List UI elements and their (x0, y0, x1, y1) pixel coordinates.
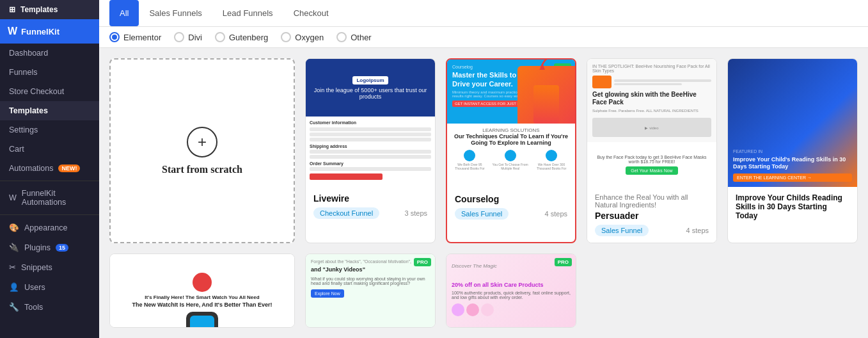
courselog-person (517, 66, 575, 124)
explore-pro-badge: PRO (414, 258, 431, 266)
sidebar-divider (0, 181, 99, 181)
template-grid: + Start from scratch Logolpsum Join the … (99, 48, 868, 338)
grid-icon: ⊞ (9, 5, 15, 14)
skincare-text: 100% authentic products, quick delivery,… (452, 291, 571, 300)
sidebar-item-tools[interactable]: 🔧 Tools (0, 297, 99, 317)
livewire-tag-row: Checkout Funnel 3 steps (313, 207, 427, 219)
livewire-name: Livewire (313, 193, 427, 204)
watch-text: It's Finally Here! The Smart Watch You A… (145, 294, 259, 300)
sidebar-item-automations[interactable]: Automations NEW! (0, 159, 99, 178)
sidebar-logo[interactable]: W FunnelKit (0, 19, 99, 44)
livewire-thumbnail: Logolpsum Join the league of 5000+ users… (306, 59, 435, 187)
arrow-indicator (538, 58, 570, 74)
tab-lead-funnels[interactable]: Lead Funnels (212, 0, 283, 26)
template-reading-skills[interactable]: FEATURED IN Improve Your Child's Reading… (727, 58, 858, 243)
sidebar-item-settings[interactable]: Settings (0, 120, 99, 140)
livewire-tag: Checkout Funnel (313, 207, 379, 219)
tab-all[interactable]: All (109, 0, 139, 26)
courselog-name: Courselog (455, 194, 567, 204)
reading-footer: Improve Your Childs Reading Skills in 30… (728, 187, 857, 230)
snippets-icon: ✂ (9, 262, 16, 272)
livewire-footer: Livewire Checkout Funnel 3 steps (306, 187, 435, 225)
persuader-top: IN THE SPOTLIGHT: BeeHive Nourishing Fac… (587, 59, 716, 142)
template-explore[interactable]: PRO Forget about the "Hacks", "Occasiona… (305, 254, 436, 328)
persuader-thumb: IN THE SPOTLIGHT: BeeHive Nourishing Fac… (587, 59, 716, 187)
tab-sales-funnels[interactable]: Sales Funnels (139, 0, 212, 26)
radio-gutenberg[interactable]: Gutenberg (215, 32, 268, 42)
radio-divi-circle (174, 32, 184, 42)
funnelkit-logo-icon: W (8, 26, 17, 37)
tools-icon: 🔧 (9, 302, 19, 312)
radio-elementor[interactable]: Elementor (109, 32, 161, 42)
scratch-label: Start from scratch (162, 164, 242, 175)
funnelkit-automations-icon: W (9, 193, 17, 202)
livewire-text: Join the league of 5000+ users that trus… (312, 87, 429, 100)
reading-cta: ENTER THE LEARNING CENTER → (733, 173, 852, 182)
sidebar-item-store-checkout[interactable]: Store Checkout (0, 82, 99, 101)
livewire-steps: 3 steps (405, 209, 427, 217)
livewire-logo: Logolpsum (352, 76, 388, 84)
sidebar-item-plugins[interactable]: 🔌 Plugins 15 (0, 237, 99, 257)
courselog-footer: Courselog Sales Funnel 4 steps (447, 188, 575, 226)
sidebar-item-appearance[interactable]: 🎨 Appearance (0, 218, 99, 237)
template-persuader[interactable]: IN THE SPOTLIGHT: BeeHive Nourishing Fac… (587, 58, 717, 243)
livewire-thumb-bg: Logolpsum Join the league of 5000+ users… (306, 59, 435, 187)
radio-oxygen-circle (281, 32, 291, 42)
persuader-footer: Enhance the Real You with all Natural In… (587, 187, 716, 243)
sidebar-item-templates[interactable]: Templates (0, 101, 99, 120)
radio-other-circle (336, 32, 347, 42)
sidebar-item-dashboard[interactable]: Dashboard (0, 44, 99, 63)
persuader-cta: Get Your Masks Now (626, 166, 677, 175)
skincare-pro-badge: PRO (555, 258, 572, 266)
sidebar-divider-2 (0, 214, 99, 215)
courselog-tag-row: Sales Funnel 4 steps (455, 208, 567, 220)
persuader-steps: 4 steps (686, 227, 709, 234)
plugins-count-badge: 15 (56, 244, 68, 252)
filter-bar: All Sales Funnels Lead Funnels Checkout (99, 0, 868, 27)
skincare-heading: 20% off on all Skin Care Products (452, 282, 571, 288)
template-courselog[interactable]: Courselog Master the Skills to Drive you… (446, 58, 576, 243)
sidebar-item-snippets[interactable]: ✂ Snippets (0, 257, 99, 277)
radio-gutenberg-circle (215, 32, 225, 42)
courselog-heading: Master the Skills to Drive your Career. (452, 70, 523, 89)
courselog-bottom: LEARNING SOLUTIONSOur Techniques Crucial… (447, 124, 575, 188)
sidebar-item-users[interactable]: 👤 Users (0, 277, 99, 297)
sidebar-item-cart[interactable]: Cart (0, 140, 99, 159)
livewire-thumb-top: Logolpsum Join the league of 5000+ users… (306, 59, 435, 117)
reading-thumb: FEATURED IN Improve Your Child's Reading… (728, 59, 857, 187)
users-icon: 👤 (9, 282, 19, 292)
sidebar-item-funnelkit-automations[interactable]: W FunnelKit Automations (0, 184, 99, 212)
reading-thumbnail: FEATURED IN Improve Your Child's Reading… (728, 59, 857, 187)
tab-checkout[interactable]: Checkout (283, 0, 339, 26)
automations-new-badge: NEW! (58, 165, 80, 172)
courselog-steps: 4 steps (545, 210, 567, 218)
skincare-thumb: PRO Discover The Magic 20% off on all Sk… (446, 254, 576, 328)
sidebar: ⊞ Templates W FunnelKit Dashboard Funnel… (0, 0, 99, 338)
template-livewire[interactable]: Logolpsum Join the league of 5000+ users… (305, 58, 436, 243)
courselog-thumb: Courselog Master the Skills to Drive you… (447, 60, 575, 188)
watch-thumb: It's Finally Here! The Smart Watch You A… (110, 254, 294, 328)
courselog-tag: Sales Funnel (455, 208, 509, 220)
radio-divi[interactable]: Divi (174, 32, 202, 42)
watch-thumbnail: It's Finally Here! The Smart Watch You A… (110, 254, 294, 328)
persuader-tag: Sales Funnel (595, 225, 649, 236)
persuader-bottom: Buy the Face Pack today to get 3 BeeHive… (587, 142, 716, 187)
persuader-thumbnail: IN THE SPOTLIGHT: BeeHive Nourishing Fac… (587, 59, 716, 187)
sidebar-item-templates-top[interactable]: ⊞ Templates (0, 0, 99, 19)
radio-elementor-circle (109, 32, 120, 42)
template-skincare[interactable]: PRO Discover The Magic 20% off on all Sk… (446, 254, 576, 328)
reading-name: Improve Your Childs Reading Skills in 30… (736, 193, 849, 220)
radio-oxygen[interactable]: Oxygen (281, 32, 324, 42)
courselog-thumbnail: Courselog Master the Skills to Drive you… (447, 60, 575, 188)
explore-cta: Explore Now (311, 289, 344, 298)
reading-thumb-text: Improve Your Child's Reading Skills in 3… (733, 156, 852, 171)
radio-bar: Elementor Divi Gutenberg Oxygen Other (99, 27, 868, 48)
radio-other[interactable]: Other (336, 32, 372, 42)
courselog-icons: We Both Over 95 Thousand Books For You G… (451, 150, 571, 170)
appearance-icon: 🎨 (9, 223, 19, 232)
watch-device (186, 312, 218, 328)
sidebar-item-funnels[interactable]: Funnels (0, 63, 99, 82)
template-scratch[interactable]: + Start from scratch (109, 58, 295, 243)
template-smartwatch[interactable]: It's Finally Here! The Smart Watch You A… (109, 254, 295, 328)
persuader-name: Persuader (595, 211, 709, 221)
